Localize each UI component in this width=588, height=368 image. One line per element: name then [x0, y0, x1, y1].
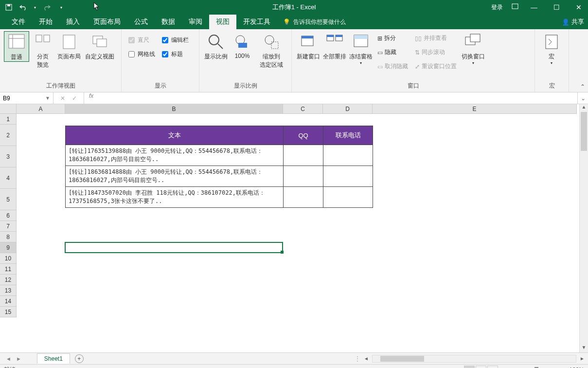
select-all-corner[interactable]: [0, 104, 17, 114]
undo-dropdown-icon[interactable]: ▾: [34, 5, 36, 10]
row-header[interactable]: 14: [0, 296, 17, 307]
ribbon-display-icon[interactable]: [512, 3, 518, 12]
redo-icon[interactable]: [43, 3, 51, 11]
hide-button[interactable]: ▭隐藏: [374, 47, 411, 57]
worksheet-grid[interactable]: ABCDE 123456789101112131415 文本 QQ 联系电话 […: [0, 104, 588, 352]
scroll-up-icon[interactable]: ▲: [580, 104, 588, 112]
scroll-down-icon[interactable]: ▼: [580, 345, 588, 352]
name-box-input[interactable]: [3, 95, 42, 102]
hscroll-left-icon[interactable]: ◄: [362, 356, 370, 361]
row-header[interactable]: 2: [0, 125, 17, 146]
formula-bar-checkbox[interactable]: 编辑栏: [159, 35, 192, 45]
page-layout-view-button[interactable]: 页面布局: [56, 31, 82, 61]
column-header[interactable]: C: [283, 104, 323, 114]
tab-page-layout[interactable]: 页面布局: [87, 15, 127, 29]
zoom-in-button[interactable]: +: [563, 367, 566, 368]
row-header[interactable]: 12: [0, 275, 17, 285]
tab-review[interactable]: 审阅: [182, 15, 209, 29]
ruler-checkbox[interactable]: 直尺: [125, 35, 158, 45]
tab-developer[interactable]: 开发工具: [236, 15, 277, 29]
name-box-dropdown-icon[interactable]: ▼: [45, 95, 50, 101]
page-break-button[interactable]: 分页 预览: [30, 31, 55, 69]
column-header[interactable]: D: [323, 104, 373, 114]
cancel-formula-icon[interactable]: ✕: [60, 95, 65, 102]
row-header[interactable]: 3: [0, 146, 17, 167]
horizontal-scrollbar[interactable]: [372, 355, 576, 363]
tab-home[interactable]: 开始: [32, 15, 59, 29]
zoom-100-button[interactable]: 100%: [230, 31, 255, 59]
expand-formula-bar-icon[interactable]: ⌄: [577, 92, 588, 104]
unhide-button[interactable]: ▭取消隐藏: [374, 61, 411, 72]
tab-file[interactable]: 文件: [5, 15, 32, 29]
tab-nav-next-icon[interactable]: ►: [16, 356, 21, 362]
macro-record-icon[interactable]: ▮: [22, 367, 26, 368]
page-break-icon: [34, 33, 52, 51]
custom-views-button[interactable]: 自定义视图: [83, 31, 117, 61]
headings-checkbox[interactable]: 标题: [159, 49, 192, 59]
tab-insert[interactable]: 插入: [59, 15, 87, 29]
sync-scroll-button[interactable]: ⇅同步滚动: [412, 47, 460, 57]
login-button[interactable]: 登录: [491, 3, 503, 12]
table-row: [转让]18473507020由 李召胜 118元转让,QQ：386107022…: [66, 187, 373, 208]
split-button[interactable]: ⊞拆分: [374, 33, 411, 43]
tab-view[interactable]: 视图: [209, 15, 236, 29]
hscroll-thumb[interactable]: [380, 356, 424, 362]
normal-view-status-button[interactable]: ▦: [464, 366, 475, 368]
maximize-icon[interactable]: ☐: [550, 3, 563, 11]
tab-data[interactable]: 数据: [155, 15, 182, 29]
share-button[interactable]: 👤 共享: [562, 18, 584, 26]
svg-rect-14: [238, 43, 247, 48]
reset-position-button[interactable]: ⤢重设窗口位置: [412, 61, 460, 72]
zoom-level[interactable]: 100%: [569, 367, 584, 368]
tab-formulas[interactable]: 公式: [127, 15, 155, 29]
collapse-ribbon-icon[interactable]: ⌃: [580, 83, 585, 90]
row-header[interactable]: 7: [0, 221, 17, 232]
page-layout-status-button[interactable]: ▥: [476, 366, 486, 368]
column-header[interactable]: E: [373, 104, 577, 114]
page-break-status-button[interactable]: ▤: [487, 366, 498, 368]
row-header[interactable]: 13: [0, 285, 17, 296]
sheet-tab[interactable]: Sheet1: [37, 353, 70, 364]
row-header[interactable]: 9: [0, 242, 17, 253]
zoom-out-button[interactable]: −: [505, 367, 508, 368]
close-icon[interactable]: ✕: [572, 3, 586, 11]
undo-icon[interactable]: [19, 3, 27, 11]
tab-nav-prev-icon[interactable]: ◄: [6, 356, 11, 362]
macros-button[interactable]: 宏 ▾: [539, 31, 564, 65]
row-header[interactable]: 8: [0, 232, 17, 242]
row-header[interactable]: 6: [0, 210, 17, 221]
arrange-all-button[interactable]: 全部重排: [322, 31, 347, 61]
row-header[interactable]: 1: [0, 114, 17, 125]
column-header[interactable]: B: [65, 104, 283, 114]
qat-dropdown-icon[interactable]: ▾: [60, 5, 62, 10]
row-header[interactable]: 11: [0, 264, 17, 275]
new-window-button[interactable]: 新建窗口: [296, 31, 321, 61]
vertical-scrollbar[interactable]: ▲ ▼: [579, 104, 588, 352]
zoom-selection-button[interactable]: 缩放到 选定区域: [256, 31, 287, 69]
svg-point-15: [265, 36, 274, 44]
normal-view-button[interactable]: 普通: [4, 31, 29, 62]
add-sheet-button[interactable]: +: [75, 354, 84, 363]
row-header[interactable]: 5: [0, 189, 17, 210]
minimize-icon[interactable]: —: [527, 3, 541, 11]
gridlines-checkbox[interactable]: 网格线: [125, 49, 158, 59]
row-header[interactable]: 15: [0, 307, 17, 317]
formula-input[interactable]: [98, 92, 577, 104]
tell-me-search[interactable]: 💡 告诉我你想要做什么: [283, 18, 346, 26]
side-by-side-button[interactable]: ▯▯并排查看: [412, 33, 460, 43]
row-header[interactable]: 10: [0, 253, 17, 264]
fx-icon[interactable]: fx: [84, 92, 98, 104]
column-header[interactable]: A: [17, 104, 65, 114]
scroll-thumb[interactable]: [581, 112, 587, 151]
row-header[interactable]: 4: [0, 167, 17, 189]
switch-windows-button[interactable]: 切换窗口 ▾: [461, 31, 486, 65]
freeze-panes-button[interactable]: 冻结窗格 ▾: [348, 31, 374, 65]
unhide-icon: ▭: [377, 63, 383, 70]
enter-formula-icon[interactable]: ✓: [72, 95, 77, 102]
zoom-button[interactable]: 显示比例: [203, 31, 229, 61]
hscroll-right-icon[interactable]: ►: [578, 356, 586, 361]
name-box[interactable]: ▼: [0, 92, 53, 104]
save-icon[interactable]: [5, 3, 13, 11]
tab-split-handle[interactable]: ⋮: [355, 355, 360, 362]
fill-handle[interactable]: [281, 251, 284, 254]
